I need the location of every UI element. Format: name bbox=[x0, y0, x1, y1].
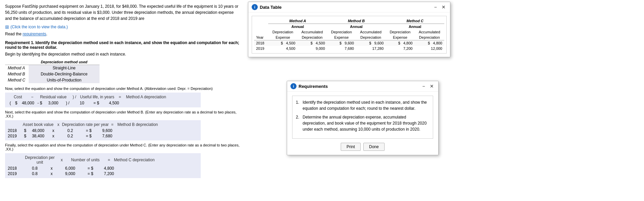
data-table-popup: i Data Table − ✕ Method A Method B Metho… bbox=[248, 2, 450, 57]
mb-expense-header: Expense bbox=[327, 35, 356, 40]
eq-a-useful[interactable]: 10 bbox=[72, 101, 92, 105]
eq-b-bv-2018[interactable]: 48,000 bbox=[26, 128, 50, 133]
req1-title: Requirement 1. Identify the depreciation… bbox=[5, 40, 241, 50]
eq-b-header-result: Method B depreciation bbox=[116, 122, 160, 127]
req-popup-title: Requirements bbox=[299, 84, 328, 89]
eq-a-resid[interactable]: 3,000 bbox=[43, 101, 63, 105]
method-table: Depreciation method used Method A Straig… bbox=[5, 59, 100, 83]
eq-b-result-2018[interactable]: 9,600 bbox=[94, 128, 121, 133]
ma-accum-header: Accumulated bbox=[297, 29, 327, 35]
eq-c-result-2018[interactable]: 4,800 bbox=[95, 166, 122, 171]
data-table-title: Data Table bbox=[260, 5, 282, 10]
method-a-header: Method A bbox=[268, 18, 327, 24]
eq-c-year-2018: 2018 bbox=[8, 166, 21, 171]
method-a-value[interactable]: Straight-Line bbox=[29, 65, 100, 71]
eq-b-bv-2019[interactable]: 38,400 bbox=[26, 134, 50, 138]
req-list-item: 1.Identify the depreciation method used … bbox=[296, 99, 429, 111]
eq-a-header-resid: Residual value bbox=[36, 95, 70, 99]
table-row: 2018 $ 4,500 $ 4,500 $ 9,600 $ 9,600 $ 4… bbox=[254, 40, 444, 46]
click-icon-text: (Click the icon to view the data.) bbox=[10, 25, 68, 29]
eq-c-result-2019[interactable]: 7,200 bbox=[95, 171, 122, 176]
mc-depr-exp-header: Depreciation bbox=[386, 29, 415, 35]
eq-a-header-result: Method A depreciation bbox=[124, 95, 168, 99]
req-minimize-button[interactable]: − bbox=[421, 83, 426, 89]
requirements-popup: i Requirements − ✕ 1.Identify the deprec… bbox=[287, 81, 439, 155]
table-row: Method B Double-Declining-Balance bbox=[5, 71, 100, 77]
grid-icon: ⊞ bbox=[5, 24, 9, 30]
intro-paragraph: Suppose FastShip purchased equipment on … bbox=[5, 3, 241, 22]
print-button[interactable]: Print bbox=[341, 143, 361, 151]
method-c-note: Finally, select the equation and show th… bbox=[5, 143, 241, 151]
year-column-header: Year bbox=[254, 35, 268, 40]
mb-depr-header: Depreciation bbox=[356, 35, 386, 40]
method-c-equation: Depreciation per unit x Number of units … bbox=[5, 153, 201, 178]
method-b-equation: Asset book value x Depreciation rate per… bbox=[5, 120, 201, 140]
table-row: 2019 4,500 9,000 7,680 17,280 7,200 12,0… bbox=[254, 46, 444, 51]
eq-b-header-rate: Depreciation rate per year bbox=[62, 122, 109, 127]
eq-c-units-2019[interactable]: 9,000 bbox=[55, 171, 85, 176]
requirements-link[interactable]: requirements bbox=[23, 32, 46, 36]
req-footer: Print Done bbox=[292, 143, 433, 151]
req-content: 1.Identify the depreciation method used … bbox=[292, 96, 433, 139]
eq-c-dpu-2019[interactable]: 0.8 bbox=[21, 171, 48, 176]
req-close-button[interactable]: ✕ bbox=[429, 83, 435, 89]
eq-c-header-dpu: Depreciation per unit bbox=[21, 155, 58, 165]
req-info-icon: i bbox=[290, 83, 297, 89]
method-a-label: Method A bbox=[5, 65, 29, 71]
mb-accum-header: Accumulated bbox=[356, 29, 386, 35]
method-c-label: Method C bbox=[5, 77, 29, 83]
req-list-item: 2.Determine the annual depreciation expe… bbox=[296, 114, 429, 132]
mc-depr-header: Depreciation bbox=[415, 35, 444, 40]
method-table-header: Depreciation method used bbox=[29, 59, 100, 65]
eq-a-header-useful: Useful life, in years bbox=[79, 95, 116, 99]
eq-c-units-2018[interactable]: 6,000 bbox=[55, 166, 85, 171]
eq-c-dpu-2018[interactable]: 0.8 bbox=[21, 166, 48, 171]
data-table: Method A Method B Method C Annual Annual… bbox=[254, 18, 444, 51]
eq-b-result-2019[interactable]: 7,680 bbox=[94, 134, 121, 138]
req-popup-header: i Requirements − ✕ bbox=[287, 81, 438, 92]
requirements-list: 1.Identify the depreciation method used … bbox=[296, 99, 429, 132]
read-requirements: Read the requirements. bbox=[5, 32, 241, 36]
mc-annual-header: Annual bbox=[386, 24, 444, 30]
mc-accum-header: Accumulated bbox=[415, 29, 444, 35]
close-button[interactable]: ✕ bbox=[441, 4, 447, 10]
done-button[interactable]: Done bbox=[363, 143, 385, 151]
minimize-button[interactable]: − bbox=[433, 4, 438, 10]
eq-a-cost[interactable]: 48,000 bbox=[20, 101, 36, 105]
ma-depr-header: Depreciation bbox=[297, 35, 327, 40]
method-b-label: Method B bbox=[5, 71, 29, 77]
ma-annual-header: Annual bbox=[268, 24, 327, 30]
ma-depr-exp-header: Depreciation bbox=[268, 29, 297, 35]
eq-b-rate-2018[interactable]: 0.2 bbox=[57, 128, 84, 133]
info-icon: i bbox=[252, 4, 258, 10]
mb-annual-header: Annual bbox=[327, 24, 386, 30]
table-row: Method A Straight-Line bbox=[5, 65, 100, 71]
method-a-equation: Cost − Residual value ) / Useful life, i… bbox=[5, 93, 201, 107]
method-b-note: Next, select the equation and show the c… bbox=[5, 110, 241, 118]
eq-c-header-result: Method C depreciation bbox=[112, 158, 156, 162]
eq-c-header-units: Number of units bbox=[65, 158, 106, 162]
eq-b-header-abv: Asset book value bbox=[21, 122, 55, 127]
data-table-header: i Data Table − ✕ bbox=[248, 2, 450, 12]
mb-depr-exp-header: Depreciation bbox=[327, 29, 356, 35]
ma-expense-header: Expense bbox=[268, 35, 297, 40]
req1-sub: Begin by identifying the depreciation me… bbox=[5, 52, 241, 57]
eq-a-result[interactable]: 4,500 bbox=[101, 101, 128, 105]
mc-expense-header: Expense bbox=[386, 35, 415, 40]
table-row: Method C Units-of-Production bbox=[5, 77, 100, 83]
eq-a-header-cost: Cost bbox=[8, 95, 28, 99]
method-b-header: Method B bbox=[327, 18, 386, 24]
method-c-header: Method C bbox=[386, 18, 444, 24]
eq-b-year-2018: 2018 bbox=[8, 128, 21, 133]
eq-b-year-2019: 2019 bbox=[8, 134, 21, 138]
eq-b-rate-2019[interactable]: 0.2 bbox=[57, 134, 84, 138]
method-a-note: Now, select the equation and show the co… bbox=[5, 87, 241, 91]
method-b-value[interactable]: Double-Declining-Balance bbox=[29, 71, 100, 77]
click-icon-link[interactable]: ⊞ (Click the icon to view the data.) bbox=[5, 24, 241, 30]
eq-c-year-2019: 2019 bbox=[8, 171, 21, 176]
method-c-value[interactable]: Units-of-Production bbox=[29, 77, 100, 83]
